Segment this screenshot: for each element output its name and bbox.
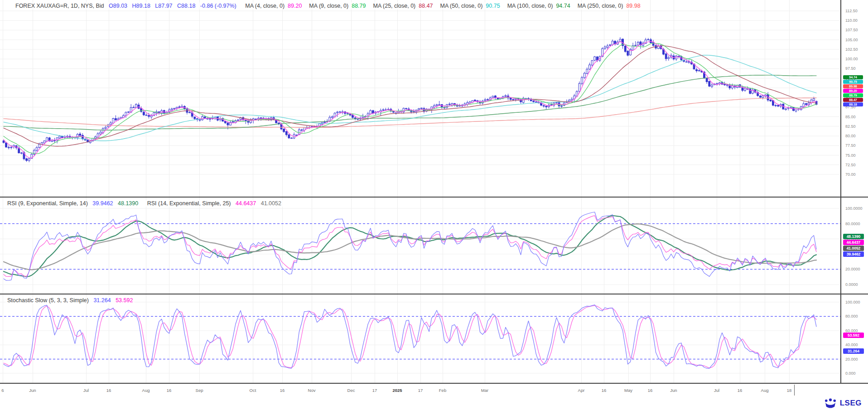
ma-label: MA (4, close, 0) xyxy=(245,3,285,9)
axis-value-badge: 88.47 xyxy=(843,98,863,102)
date-tick-label: Jul xyxy=(77,388,95,393)
axis-tick-label: 100.0000 xyxy=(845,206,863,211)
stochastic-legend: Stochastic Slow (5, 3, 3, Simple) 31.264… xyxy=(5,297,135,304)
axis-tick-label: 75.00 xyxy=(845,153,856,158)
axis-tick-label: 100.000 xyxy=(845,300,860,304)
ma-value: 88.79 xyxy=(352,3,366,9)
date-tick-label: Jul xyxy=(708,388,726,393)
date-tick-label: 16 xyxy=(595,388,613,393)
axis-tick-label: 110.00 xyxy=(845,18,858,23)
date-tick-label: 6 xyxy=(0,388,12,393)
stoch-label: Stochastic Slow (5, 3, 3, Simple) xyxy=(7,297,89,304)
rsi14-label: RSI (14, Exponential, Simple, 25) xyxy=(147,200,231,207)
ma-label: MA (25, close, 0) xyxy=(373,3,415,9)
ma-value: 89.98 xyxy=(626,3,640,9)
date-tick-label: Apr xyxy=(572,388,590,393)
date-tick-label: Aug xyxy=(137,388,155,393)
axis-tick-label: 85.00 xyxy=(845,115,856,119)
stochastic-panel[interactable] xyxy=(0,294,840,383)
axis-value-badge: 48.1390 xyxy=(843,234,864,239)
rsi14-value: 44.6437 xyxy=(236,200,256,207)
date-tick-label: 2025 xyxy=(388,388,406,393)
axis-tick-label: 77.50 xyxy=(845,143,856,148)
axis-value-badge: 89.98 xyxy=(843,84,863,89)
axis-tick-label: 40.000 xyxy=(845,342,858,347)
date-tick-label: 16 xyxy=(731,388,749,393)
panel-separator[interactable] xyxy=(0,197,868,198)
instrument-title: FOREX XAUXAG=R, 1D, NYS, Bid xyxy=(15,3,104,9)
axis-tick-label: 20.0000 xyxy=(845,267,860,271)
rsi-legend: RSI (9, Exponential, Simple, 14) 39.9462… xyxy=(5,200,283,207)
date-axis[interactable]: 6JunJul16Aug16SepOct16NovDec17202517FebM… xyxy=(0,384,868,396)
axis-tick-label: 102.50 xyxy=(845,47,858,52)
axis-tick-label: 97.50 xyxy=(845,66,856,71)
rsi9-value: 39.9462 xyxy=(92,200,113,207)
date-tick-label: 18 xyxy=(780,388,798,393)
panel-separator[interactable] xyxy=(0,294,868,294)
date-tick-label: May xyxy=(619,388,637,393)
date-tick-label: Dec xyxy=(342,388,360,393)
axis-tick-label: 82.50 xyxy=(845,124,856,129)
date-tick-label: Oct xyxy=(244,388,262,393)
axis-value-badge: 88.79 xyxy=(843,93,863,98)
date-tick-label: Nov xyxy=(303,388,321,393)
axis-value-badge: 39.9462 xyxy=(843,251,864,257)
ma-label: MA (100, close, 0) xyxy=(507,3,553,9)
ma-value: 88.47 xyxy=(419,3,433,9)
brand-text: LSEG xyxy=(840,399,862,408)
ma-label: MA (50, close, 0) xyxy=(440,3,483,9)
axis-tick-label: 107.50 xyxy=(845,28,858,32)
chart-header-legend: FOREX XAUXAG=R, 1D, NYS, Bid O89.03 H89.… xyxy=(14,2,642,10)
lseg-logo: LSEG xyxy=(824,398,862,409)
ma-label: MA (9, close, 0) xyxy=(309,3,348,9)
date-tick-label: Jun xyxy=(24,388,42,393)
rsi-panel[interactable] xyxy=(0,198,840,294)
ma-value: 94.74 xyxy=(556,3,570,9)
ma-value: 89.20 xyxy=(288,3,302,9)
date-tick-label: 16 xyxy=(273,388,291,393)
date-tick-label: Jun xyxy=(665,388,683,393)
rsi-axis[interactable]: 100.000080.000060.000040.000020.00000.00… xyxy=(841,198,868,294)
rsi9-label: RSI (9, Exponential, Simple, 14) xyxy=(7,200,88,207)
ma-legend: MA (4, close, 0)89.20MA (9, close, 0)88.… xyxy=(238,3,640,9)
axis-tick-label: 100.00 xyxy=(845,57,858,61)
axis-value-badge: 53.592 xyxy=(843,333,864,338)
axis-tick-label: 112.50 xyxy=(845,9,858,13)
rsi9-signal-value: 48.1390 xyxy=(118,200,138,207)
date-tick-label: Feb xyxy=(434,388,452,393)
date-tick-label: Aug xyxy=(756,388,774,393)
chart-window: FOREX XAUXAG=R, 1D, NYS, Bid O89.03 H89.… xyxy=(0,0,868,410)
ma-label: MA (250, close, 0) xyxy=(578,3,623,9)
date-tick-label: Mar xyxy=(476,388,494,393)
stoch-d-value: 53.592 xyxy=(116,297,133,304)
ma-value: 90.75 xyxy=(486,3,500,9)
net-change-value: -0.86 (-0.97%) xyxy=(200,3,236,9)
axis-tick-label: 72.50 xyxy=(845,163,856,167)
high-value: H89.18 xyxy=(132,3,150,9)
main-price-panel[interactable] xyxy=(0,0,840,197)
axis-tick-label: 70.00 xyxy=(845,172,856,177)
axis-tick-label: 80.0000 xyxy=(845,222,860,226)
close-value: C88.18 xyxy=(177,3,195,9)
price-axis[interactable]: 112.50110.00107.50105.00102.50100.0097.5… xyxy=(841,0,868,197)
low-value: L87.97 xyxy=(155,3,172,9)
stoch-k-value: 31.264 xyxy=(93,297,111,304)
date-tick-label: 17 xyxy=(411,388,429,393)
date-tick-label: 16 xyxy=(160,388,178,393)
stochastic-axis[interactable]: 100.00080.00060.00040.00020.0000.00053.5… xyxy=(841,294,868,383)
footer: LSEG xyxy=(0,396,868,410)
date-tick-label: 16 xyxy=(641,388,659,393)
date-tick-label: Sep xyxy=(190,388,208,393)
axis-value-badge: 44.6437 xyxy=(843,240,864,245)
date-axis-end-marker xyxy=(794,385,795,396)
axis-value-badge: 94.74 xyxy=(843,75,863,80)
axis-tick-label: 105.00 xyxy=(845,38,858,42)
open-value: O89.03 xyxy=(109,3,127,9)
axis-tick-label: 0.000 xyxy=(845,371,856,376)
axis-value-badge: 89.20 xyxy=(843,89,863,93)
rsi14-signal-value: 41.0052 xyxy=(261,200,281,207)
axis-value-badge: 90.75 xyxy=(843,80,863,84)
lseg-crest-icon xyxy=(824,398,837,409)
axis-tick-label: 20.000 xyxy=(845,357,858,362)
axis-tick-label: 80.000 xyxy=(845,314,858,318)
